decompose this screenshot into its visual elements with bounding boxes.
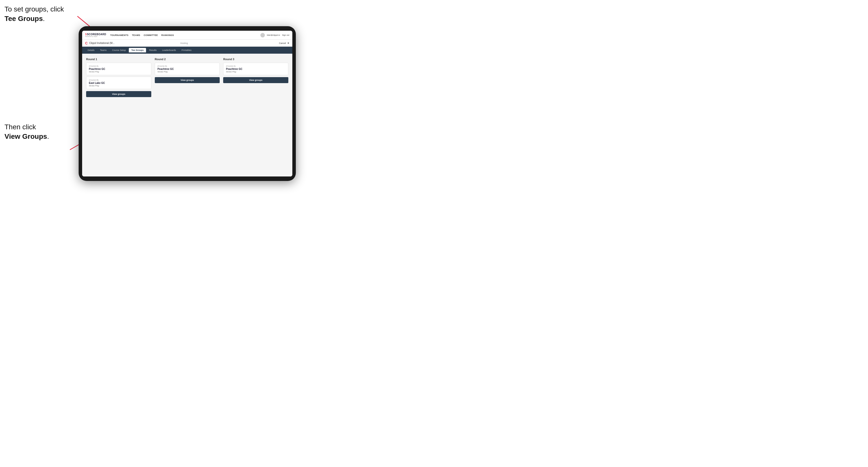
instructions-top: To set groups, click Tee Groups.: [4, 4, 64, 24]
sub-logo-c: C: [85, 41, 88, 45]
tablet-frame: SSCOREBOARD Powered by clippit TOURNAMEN…: [79, 26, 296, 181]
round-1-view-groups-button[interactable]: View groups: [86, 91, 151, 97]
instruction-view-groups: View Groups: [4, 132, 47, 140]
nav-tournaments[interactable]: TOURNAMENTS: [110, 33, 128, 37]
round-2-course-a-label: (Course A): [157, 65, 217, 67]
instruction-then-click: Then click: [4, 123, 36, 131]
nav-user-email: blair@clippd.io: [267, 34, 280, 36]
tab-printables[interactable]: Printables: [179, 48, 194, 53]
top-nav: SSCOREBOARD Powered by clippit TOURNAMEN…: [82, 31, 292, 40]
tab-tee-groups[interactable]: Tee Groups: [129, 48, 146, 53]
tab-results[interactable]: Results: [147, 48, 159, 53]
round-2-course-a-name: Peachtree GC: [157, 68, 217, 70]
round-2-course-a-card: (Course A) Peachtree GC Stroke Play: [155, 63, 220, 75]
tablet-screen: SSCOREBOARD Powered by clippit TOURNAMEN…: [82, 31, 292, 177]
nav-rankings[interactable]: RANKINGS: [161, 33, 174, 37]
round-3-course-a-name: Peachtree GC: [226, 68, 286, 70]
round-1-title: Round 1: [86, 58, 151, 61]
logo-text: SSCOREBOARD: [85, 33, 106, 36]
nav-right: blair@clippd.io Sign out: [260, 33, 289, 37]
round-2-course-a-format: Stroke Play: [157, 71, 217, 73]
round-3-column: Round 3 (Course A) Peachtree GC Stroke P…: [223, 58, 288, 97]
main-content: Round 1 (Course A) Peachtree GC Stroke P…: [82, 54, 292, 177]
round-1-course-b-format: Stroke Play: [89, 85, 149, 87]
round-2-title: Round 2: [155, 58, 220, 61]
sub-hosting: Hosting: [180, 42, 188, 44]
round-3-view-groups-button[interactable]: View groups: [223, 77, 288, 83]
round-1-course-a-label: (Course A): [89, 65, 149, 67]
rounds-container: Round 1 (Course A) Peachtree GC Stroke P…: [86, 58, 288, 97]
tab-teams[interactable]: Teams: [98, 48, 110, 53]
cancel-button[interactable]: Cancel ✕: [279, 42, 289, 44]
instruction-line1: To set groups, click: [4, 5, 64, 13]
round-1-course-b-name: East Lake GC: [89, 82, 149, 84]
tab-course-setup[interactable]: Course Setup: [110, 48, 128, 53]
instructions-bottom: Then click View Groups.: [4, 122, 49, 141]
logo-sub: Powered by clippit: [85, 36, 106, 37]
round-3-course-a-format: Stroke Play: [226, 71, 286, 73]
logo-area: SSCOREBOARD Powered by clippit: [85, 33, 106, 37]
round-1-course-a-format: Stroke Play: [89, 71, 149, 73]
tab-bar: Details Teams Course Setup Tee Groups Re…: [82, 47, 292, 54]
round-1-course-b-label: (Course B): [89, 79, 149, 81]
tab-details[interactable]: Details: [85, 48, 97, 53]
round-1-column: Round 1 (Course A) Peachtree GC Stroke P…: [86, 58, 151, 97]
nav-teams[interactable]: TEAMS: [132, 33, 140, 37]
round-3-course-a-label: (Course A): [226, 65, 286, 67]
nav-avatar: [260, 33, 265, 37]
sub-title: Clippd Invitational (M...: [89, 42, 180, 44]
nav-committee[interactable]: COMMITTEE: [144, 33, 158, 37]
round-3-course-a-card: (Course A) Peachtree GC Stroke Play: [223, 63, 288, 75]
round-1-course-a-name: Peachtree GC: [89, 68, 149, 70]
sign-out-link[interactable]: Sign out: [282, 34, 289, 36]
tab-leaderboards[interactable]: Leaderboards: [159, 48, 179, 53]
nav-links: TOURNAMENTS TEAMS COMMITTEE RANKINGS: [110, 33, 260, 37]
round-3-title: Round 3: [223, 58, 288, 61]
round-1-course-a-card: (Course A) Peachtree GC Stroke Play: [86, 63, 151, 75]
instruction-tee-groups: Tee Groups: [4, 15, 43, 23]
round-1-course-b-card: (Course B) East Lake GC Stroke Play: [86, 76, 151, 89]
round-2-view-groups-button[interactable]: View groups: [155, 77, 220, 83]
sub-header: C Clippd Invitational (M... Hosting Canc…: [82, 40, 292, 47]
round-2-column: Round 2 (Course A) Peachtree GC Stroke P…: [155, 58, 220, 97]
